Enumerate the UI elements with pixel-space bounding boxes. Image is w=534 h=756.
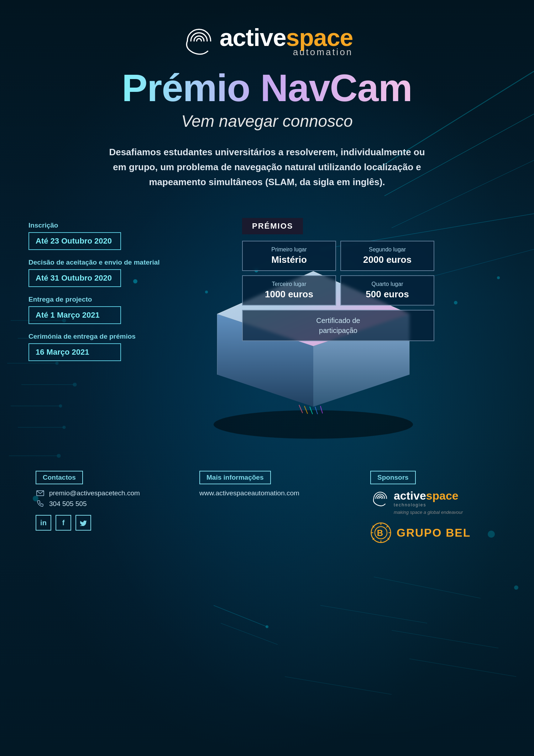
email-icon (36, 490, 45, 497)
twitter-icon[interactable] (75, 515, 91, 531)
svg-line-21 (392, 630, 498, 648)
svg-line-58 (386, 526, 388, 527)
footer-phone: 304 505 505 (49, 500, 87, 508)
svg-line-20 (374, 577, 481, 598)
prizes-grid: Primeiro lugar Mistério Segundo lugar 20… (242, 241, 434, 341)
schedule-label-2: Entrega de projecto (28, 296, 192, 303)
svg-line-34 (221, 623, 278, 645)
prizes-title: PRÉMIOS (242, 218, 303, 234)
schedule-column: Inscrição Até 23 Outubro 2020 Decisão de… (28, 214, 192, 363)
svg-point-36 (214, 410, 413, 439)
sponsor-activespace-logo: activespace technologies (370, 489, 498, 507)
main-section: Inscrição Até 23 Outubro 2020 Decisão de… (28, 214, 506, 442)
prize-value-1: 2000 euros (347, 254, 427, 265)
social-icons-group: in f (36, 515, 171, 531)
footer-website-item: www.activespaceautomation.com (199, 489, 356, 497)
sponsor-space-text: space (426, 489, 459, 502)
grupo-bel-icon: B (370, 522, 392, 543)
prize-place-0: Primeiro lugar (249, 246, 329, 253)
schedule-box-3: 16 Março 2021 (28, 343, 121, 361)
svg-text:B: B (377, 528, 383, 538)
svg-line-22 (285, 677, 392, 694)
schedule-box-2: Até 1 Março 2021 (28, 306, 121, 324)
prize-item-2: Terceiro lugar 1000 euros (242, 275, 336, 306)
svg-line-19 (320, 605, 427, 623)
sponsor-active-text: active (394, 489, 426, 502)
prize-cert-text: Certificado departicipação (249, 316, 427, 335)
prize-place-2: Terceiro lugar (249, 281, 329, 287)
logo-automation-text: automation (220, 47, 353, 57)
sponsor-technologies-text: technologies (394, 502, 458, 507)
header-logo: activespace automation (181, 25, 353, 57)
logo-active-text: active (220, 24, 286, 51)
footer-section: Contactos premio@activespacetech.com (28, 471, 506, 543)
svg-line-33 (214, 605, 267, 627)
svg-line-23 (409, 659, 516, 677)
prizes-overlay: PRÉMIOS Primeiro lugar Mistério Segundo … (242, 218, 434, 341)
prize-place-3: Quarto lugar (347, 281, 427, 287)
prize-item-3: Quarto lugar 500 euros (340, 275, 434, 306)
phone-icon (36, 500, 45, 507)
sponsor-spiral-icon (370, 490, 390, 507)
footer-sponsors: Sponsors activesp (363, 471, 506, 543)
sponsor-tagline-text: making space a global endeavour (394, 510, 498, 515)
grupo-bel-text: GRUPO BEL (397, 526, 471, 539)
prize-item-0: Primeiro lugar Mistério (242, 241, 336, 271)
schedule-box-1: Até 31 Outubro 2020 (28, 269, 121, 287)
more-info-heading: Mais informações (199, 471, 271, 484)
footer-email-item: premio@activespacetech.com (36, 489, 171, 497)
sponsor-as-text-area: activespace technologies (394, 489, 458, 507)
footer-phone-item: 304 505 505 (36, 500, 171, 508)
logo-text: activespace automation (220, 25, 353, 57)
main-title: Prémio NavCam (122, 68, 412, 108)
footer-more-info: Mais informações www.activespaceautomati… (178, 471, 363, 500)
prize-value-3: 500 euros (347, 289, 427, 300)
footer-website: www.activespaceautomation.com (199, 489, 299, 497)
svg-point-32 (514, 585, 518, 590)
prize-value-0: Mistério (249, 254, 329, 265)
description: Desafiamos estudantes universitários a r… (107, 145, 427, 189)
prize-value-2: 1000 euros (249, 289, 329, 300)
schedule-label-1: Decisão de aceitação e envio de material (28, 259, 192, 266)
facebook-icon[interactable]: f (56, 515, 71, 531)
footer-contacts: Contactos premio@activespacetech.com (28, 471, 178, 531)
schedule-box-0: Até 23 Outubro 2020 (28, 232, 121, 250)
linkedin-icon[interactable]: in (36, 515, 51, 531)
sponsor-activespace-wrap: activespace technologies making space a … (370, 489, 498, 515)
prize-item-1: Segundo lugar 2000 euros (340, 241, 434, 271)
prize-place-1: Segundo lugar (347, 246, 427, 253)
contacts-heading: Contactos (36, 471, 83, 484)
sponsors-heading: Sponsors (370, 471, 416, 484)
logo-spiral-icon (181, 25, 217, 57)
sponsor-grupo-wrap: B GRUPO BEL (370, 522, 498, 543)
subtitle: Vem navegar connosco (181, 111, 353, 131)
schedule-label-0: Inscrição (28, 221, 192, 229)
footer-email: premio@activespacetech.com (49, 489, 140, 497)
schedule-label-3: Cerimónia de entrega de prémios (28, 333, 192, 340)
platform-area: PRÉMIOS Primeiro lugar Mistério Segundo … (171, 200, 506, 442)
svg-point-35 (266, 625, 268, 628)
prize-item-4: Certificado departicipação (242, 310, 434, 341)
